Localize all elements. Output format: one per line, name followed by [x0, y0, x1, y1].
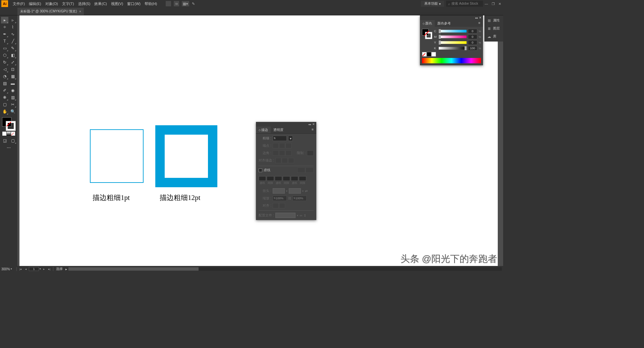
cap-butt[interactable] — [273, 143, 279, 148]
color-panel-swatches[interactable] — [422, 29, 432, 39]
menu-help[interactable]: 帮助(H) — [143, 1, 159, 6]
color-white[interactable] — [431, 52, 436, 57]
color-panel-menu-icon[interactable]: ≡ — [476, 20, 483, 27]
rectangle-tool[interactable]: ▭ — [1, 45, 8, 52]
color-mode-none[interactable] — [11, 132, 15, 136]
menu-view[interactable]: 视图(V) — [109, 1, 125, 6]
gap-3[interactable] — [299, 176, 306, 181]
line-tool[interactable]: ╱ — [9, 38, 16, 45]
dock-libraries[interactable]: ☁库 — [486, 33, 502, 40]
dashed-checkbox[interactable] — [259, 168, 262, 172]
window-close[interactable]: ✕ — [496, 1, 503, 6]
draw-mode[interactable]: ◲ — [1, 137, 8, 144]
scale-end[interactable]: ⇅ 100% — [292, 196, 307, 201]
color-mode-gradient[interactable] — [7, 132, 11, 136]
shaper-tool[interactable]: ⬡ — [1, 52, 8, 59]
corner-round[interactable] — [279, 150, 285, 156]
symbol-sprayer-tool[interactable]: ❋ — [1, 94, 8, 101]
swap-arrows-icon[interactable]: ⇄ — [305, 189, 308, 193]
gap-1[interactable] — [267, 176, 274, 181]
y-value[interactable]: 0 — [468, 40, 477, 45]
pen-tool[interactable]: ✒ — [1, 31, 8, 38]
scale-start[interactable]: ⇅ 100% — [273, 196, 287, 201]
dock-properties[interactable]: ⊞属性 — [486, 17, 502, 24]
hand-tool[interactable]: ✋ — [1, 108, 8, 115]
dash-1[interactable] — [259, 176, 266, 181]
document-tab[interactable]: 未标题-1* @ 300% (CMYK/GPU 预览) × — [17, 8, 84, 15]
zoom-level[interactable]: 300%▾ — [0, 267, 17, 271]
graph-tool[interactable]: ▥ — [9, 94, 16, 101]
workspace-switcher[interactable]: 基本功能▾ — [421, 1, 444, 7]
dash-align[interactable] — [306, 167, 314, 173]
brush-icon[interactable]: ✎ — [192, 2, 195, 6]
search-input[interactable]: ⌕搜索 Adobe Stock — [446, 1, 483, 7]
m-slider[interactable] — [439, 36, 467, 38]
stroke-weight-dropdown[interactable]: ▾ — [288, 136, 293, 141]
flip-h-icon[interactable]: ⇔ — [300, 214, 302, 217]
dock-layers[interactable]: ≣图层 — [486, 25, 502, 32]
panel-close-icon[interactable]: ✕ — [312, 123, 315, 126]
c-slider[interactable] — [439, 30, 467, 32]
slice-tool[interactable]: ✂ — [9, 101, 16, 108]
screen-mode[interactable]: ▢ — [9, 137, 16, 144]
type-tool[interactable]: T — [1, 38, 8, 45]
panel-collapse-icon[interactable]: ◂◂ — [308, 123, 311, 126]
align-inside[interactable] — [282, 158, 288, 163]
scale-tool[interactable]: ⤢ — [9, 59, 16, 66]
menu-window[interactable]: 窗口(W) — [125, 1, 143, 6]
flip-v-icon[interactable]: ⇕ — [304, 214, 306, 217]
profile-select[interactable] — [275, 213, 296, 218]
nav-prev[interactable]: ◂ — [23, 267, 28, 271]
arrow-align-1[interactable] — [273, 203, 279, 208]
dash-3[interactable] — [291, 176, 298, 181]
align-outside[interactable] — [288, 158, 294, 163]
stroke-swatch[interactable] — [6, 121, 15, 131]
window-restore[interactable]: ❐ — [490, 1, 496, 6]
brush-tool[interactable]: ✎ — [9, 45, 16, 52]
dash-preserve[interactable] — [297, 167, 305, 173]
menu-object[interactable]: 对象(O) — [43, 1, 60, 6]
spectrum-picker[interactable] — [422, 58, 481, 63]
c-value[interactable]: 0 — [468, 29, 477, 33]
menu-text[interactable]: 文字(T) — [60, 1, 76, 6]
stroke-weight-input[interactable]: ⇅ — [273, 136, 287, 141]
zoom-tool[interactable]: 🔍 — [9, 108, 16, 115]
menu-icon-2[interactable]: St — [174, 1, 179, 6]
link-scale-icon[interactable]: ⛓ — [288, 197, 291, 200]
menu-icon-1[interactable] — [166, 1, 171, 6]
selection-tool[interactable]: ▸ — [1, 17, 8, 23]
k-value[interactable]: 100 — [468, 46, 477, 51]
artboard-number[interactable]: 1 — [29, 267, 39, 271]
eyedropper-tool[interactable]: ✐ — [1, 87, 8, 94]
horizontal-scrollbar[interactable] — [68, 267, 502, 271]
color-none[interactable] — [422, 52, 427, 57]
shape-builder-tool[interactable]: ◔ — [1, 73, 8, 80]
arrow-start[interactable] — [273, 188, 285, 194]
cap-round[interactable] — [279, 143, 285, 148]
fill-stroke-swatches[interactable] — [2, 117, 15, 131]
nav-last[interactable]: ▸| — [47, 267, 52, 271]
eraser-tool[interactable]: ◧ — [9, 52, 16, 59]
menu-effect[interactable]: 效果(C) — [92, 1, 109, 6]
y-slider[interactable] — [439, 41, 467, 44]
nav-next[interactable]: ▸ — [42, 267, 46, 271]
direct-selection-tool[interactable]: ▹ — [9, 17, 16, 23]
chevron-down-icon[interactable]: ▾ — [40, 268, 41, 270]
curvature-tool[interactable]: ∿ — [9, 31, 16, 38]
color-mode-solid[interactable] — [2, 132, 6, 136]
limit-input[interactable] — [307, 150, 314, 156]
free-transform-tool[interactable]: ⊡ — [9, 66, 16, 73]
dash-2[interactable] — [275, 176, 282, 181]
rotate-tool[interactable]: ↻ — [1, 59, 8, 66]
menu-edit[interactable]: 编辑(E) — [27, 1, 43, 6]
menu-icon-3[interactable]: ▦▾ — [182, 1, 189, 6]
panel-menu-icon[interactable]: ≡ — [309, 127, 316, 133]
nav-first[interactable]: |◂ — [18, 267, 23, 271]
blend-tool[interactable]: ◉ — [9, 87, 16, 94]
magic-wand-tool[interactable]: ✧ — [1, 24, 8, 30]
window-minimize[interactable]: — — [483, 1, 490, 6]
artboard-tool[interactable]: ▢ — [1, 101, 8, 108]
m-value[interactable]: 0 — [468, 34, 477, 39]
perspective-tool[interactable]: ▦ — [9, 73, 16, 80]
gradient-tool[interactable]: ▬ — [9, 80, 16, 87]
